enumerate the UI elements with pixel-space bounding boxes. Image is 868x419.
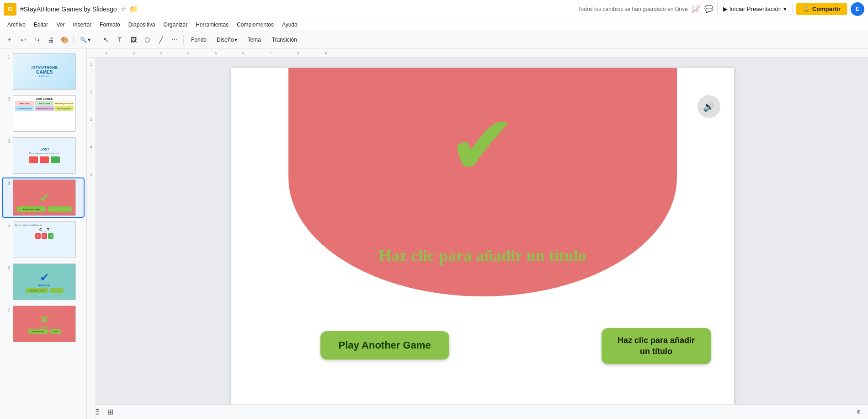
lock-icon: 🔒 xyxy=(803,5,810,12)
slide-thumb-4: ✔ Play Another Game xyxy=(13,179,76,216)
slide-thumb-2: OUR GAMES Math-ptreat The last letter Ho… xyxy=(13,95,76,132)
slide-item-4[interactable]: 4 ✔ Play Another Game xyxy=(3,178,84,217)
toolbar-redo-btn[interactable]: ↪ xyxy=(31,34,43,46)
thumb-checkmark: ✔ xyxy=(39,190,50,206)
toolbar-zoom-dropdown[interactable]: 🔍 ▾ xyxy=(76,35,94,45)
slide-thumb-7: ✖ OOPPS! Play Another Game Try Again xyxy=(13,306,76,342)
save-status: Todos los cambios se han guardado en Dri… xyxy=(578,6,688,12)
menu-formato[interactable]: Formato xyxy=(96,20,124,29)
bottom-bar: ☰ ⊞ ⊕ xyxy=(87,404,868,419)
slide-item-7[interactable]: 7 ✖ OOPPS! Play Another Game Try Again xyxy=(3,305,84,343)
toolbar-shape-btn[interactable]: ⬡ xyxy=(141,34,153,46)
slide-num-4: 4 xyxy=(4,181,10,186)
toolbar-undo-btn[interactable]: ↩ xyxy=(17,34,29,46)
slide-thumb-1: #STAYATHOME GAMES Let's go! xyxy=(13,53,76,90)
toolbar-separator-3 xyxy=(183,35,184,44)
toolbar-more-btn[interactable]: ⋯ xyxy=(169,34,181,46)
bottom-grid-view-btn[interactable]: ⊞ xyxy=(104,406,116,418)
slide-thumb-5: Do you know what letter is... C _ T E A … xyxy=(13,221,76,258)
sound-button[interactable]: 🔊 xyxy=(698,95,720,118)
slide-num-7: 7 xyxy=(4,307,10,312)
toolbar-background-btn[interactable]: Fondo xyxy=(186,35,211,45)
menu-ayuda[interactable]: Ayuda xyxy=(278,20,301,29)
toolbar-theme-btn[interactable]: Tema xyxy=(243,35,265,45)
app-icon[interactable]: G xyxy=(4,3,16,16)
doc-title: #StayAtHome Games by Slidesgo xyxy=(20,5,117,13)
toolbar-cursor-btn[interactable]: ↖ xyxy=(100,34,112,46)
trending-icon: 📈 xyxy=(692,5,701,13)
menu-organizar[interactable]: Organizar xyxy=(160,20,191,29)
canvas-area: 1 2 3 4 5 6 7 8 9 12345 🔊 xyxy=(87,48,868,419)
share-button[interactable]: 🔒 Compartir xyxy=(796,3,847,15)
menu-editar[interactable]: Editar xyxy=(30,20,52,29)
menu-archivo[interactable]: Archivo xyxy=(4,20,29,29)
slide-num-3: 3 xyxy=(4,139,10,144)
toolbar: ＋ ↩ ↪ 🖨 🎨 🔍 ▾ ↖ T 🖼 ⬡ ╱ ⋯ Fondo Diseño ▾… xyxy=(0,31,868,48)
slide-thumb-6: ✔ YEEEEHH! Play Another Game xyxy=(13,263,76,300)
star-icon[interactable]: ☆ xyxy=(121,5,127,13)
menu-complementos[interactable]: Complementos xyxy=(233,20,277,29)
present-icon: ▶ xyxy=(723,5,728,12)
slide-item-2[interactable]: 2 OUR GAMES Math-ptreat The last letter … xyxy=(3,94,84,133)
slide-item-3[interactable]: 3 LION? Do you know what animal is it xyxy=(3,136,84,175)
toolbar-image-btn[interactable]: 🖼 xyxy=(128,34,139,46)
toolbar-separator-2 xyxy=(97,35,97,44)
menu-ver[interactable]: Ver xyxy=(53,20,68,29)
play-another-game-button[interactable]: Play Another Game xyxy=(320,331,449,360)
slide-thumb-3: LION? Do you know what animal is it xyxy=(13,137,76,174)
toolbar-line-btn[interactable]: ╱ xyxy=(155,34,167,46)
menu-diapositiva[interactable]: Diapositiva xyxy=(125,20,159,29)
bottom-fit-btn[interactable]: ⊕ xyxy=(853,406,864,418)
slide-panel: 1 #STAYATHOME GAMES Let's go! 2 OUR GAME… xyxy=(0,48,87,419)
ruler-horizontal: 1 2 3 4 5 6 7 8 9 xyxy=(87,48,868,58)
menu-herramientas[interactable]: Herramientas xyxy=(192,20,232,29)
top-right-actions: 📈 💬 ▶ Iniciar Presentación ▾ 🔒 Compartir… xyxy=(692,2,864,16)
slide-item-6[interactable]: 6 ✔ YEEEEHH! Play Another Game xyxy=(3,263,84,301)
toolbar-transition-btn[interactable]: Transición xyxy=(267,35,302,45)
folder-icon[interactable]: 📁 xyxy=(129,5,138,13)
doc-icons: ☆ 📁 xyxy=(121,5,138,13)
slide-canvas[interactable]: 🔊 ✔ Haz clic para añadir un título Play … xyxy=(231,68,734,410)
avatar[interactable]: E xyxy=(851,2,864,16)
top-bar: G #StayAtHome Games by Slidesgo ☆ 📁 Todo… xyxy=(0,0,868,18)
toolbar-text-btn[interactable]: T xyxy=(114,34,126,46)
ruler-vertical: 12345 xyxy=(87,58,96,419)
slide-title-placeholder[interactable]: Haz clic para añadir un título xyxy=(368,246,597,266)
main-layout: 1 #STAYATHOME GAMES Let's go! 2 OUR GAME… xyxy=(0,48,868,419)
toolbar-print-btn[interactable]: 🖨 xyxy=(45,34,57,46)
slide-num-2: 2 xyxy=(4,97,10,102)
slide-item-1[interactable]: 1 #STAYATHOME GAMES Let's go! xyxy=(3,52,84,91)
menu-bar: Archivo Editar Ver Insertar Formato Diap… xyxy=(0,18,868,31)
slide-title2-placeholder[interactable]: Haz clic para añadir un título xyxy=(602,328,711,364)
sound-icon: 🔊 xyxy=(703,101,714,112)
present-dropdown-icon: ▾ xyxy=(783,5,787,12)
toolbar-add-btn[interactable]: ＋ xyxy=(4,34,16,46)
present-button[interactable]: ▶ Iniciar Presentación ▾ xyxy=(717,3,793,15)
slide-num-6: 6 xyxy=(4,265,10,270)
comment-icon[interactable]: 💬 xyxy=(704,5,714,13)
toolbar-separator-1 xyxy=(73,35,74,44)
slide-num-5: 5 xyxy=(4,223,10,228)
toolbar-paintformat-btn[interactable]: 🎨 xyxy=(59,34,70,46)
menu-insertar[interactable]: Insertar xyxy=(69,20,95,29)
slide-item-5[interactable]: 5 Do you know what letter is... C _ T E … xyxy=(3,220,84,259)
slide-num-1: 1 xyxy=(4,55,10,60)
checkmark-icon: ✔ xyxy=(448,104,517,187)
toolbar-design-dropdown[interactable]: Diseño ▾ xyxy=(213,35,241,45)
